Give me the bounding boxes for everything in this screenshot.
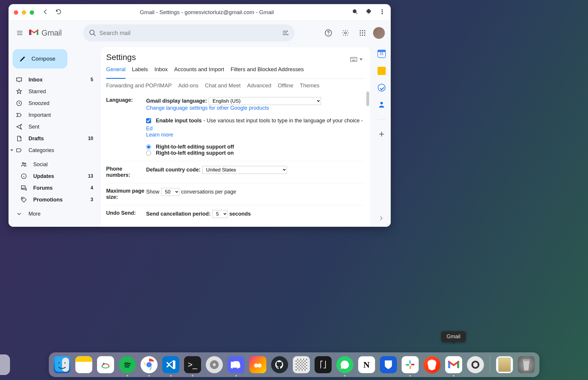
tab-general[interactable]: General xyxy=(106,66,126,79)
star-icon xyxy=(16,88,23,95)
sidebar-item-sent[interactable]: Sent xyxy=(9,121,100,133)
contacts-app-button[interactable] xyxy=(377,100,386,109)
section-undo: Undo Send: Send cancellation period: 5 s… xyxy=(106,205,365,223)
sidebar-item-more[interactable]: More xyxy=(9,208,100,220)
dock-whatsapp[interactable] xyxy=(336,356,353,373)
scrollbar-thumb[interactable] xyxy=(366,91,369,106)
dock-terminal[interactable]: >_ xyxy=(184,356,201,373)
tab-offline[interactable]: Offline xyxy=(278,82,293,89)
sidebar-item-starred[interactable]: Starred xyxy=(9,86,100,97)
tab-forwarding-and-pop-imap[interactable]: Forwarding and POP/IMAP xyxy=(106,82,172,89)
dock-vscode[interactable] xyxy=(162,356,179,373)
change-lang-link[interactable]: Change language settings for other Googl… xyxy=(146,105,269,111)
edit-tools-link[interactable]: Ed xyxy=(146,126,153,132)
dock-chrome[interactable] xyxy=(141,356,158,373)
sidebar-item-social[interactable]: Social xyxy=(9,159,100,170)
sidebar-item-inbox[interactable]: Inbox5 xyxy=(9,74,100,86)
reload-icon[interactable] xyxy=(55,9,62,16)
minimize-window-button[interactable] xyxy=(22,10,26,15)
extensions-icon[interactable] xyxy=(365,9,372,16)
sidebar-item-drafts[interactable]: Drafts10 xyxy=(9,133,100,144)
enable-input-tools-checkbox[interactable] xyxy=(146,118,151,123)
dock-spotify[interactable] xyxy=(119,356,136,373)
tab-advanced[interactable]: Advanced xyxy=(247,82,271,89)
tab-labels[interactable]: Labels xyxy=(132,66,148,76)
pagesize-show: Show xyxy=(146,189,159,195)
svg-point-21 xyxy=(24,163,26,164)
zoom-search-icon[interactable] xyxy=(352,9,358,16)
tab-filters-and-blocked-addresses[interactable]: Filters and Blocked Addresses xyxy=(230,66,304,76)
browser-menu-icon[interactable] xyxy=(379,9,385,16)
dock-adobe-cc[interactable] xyxy=(249,356,266,373)
dock-recent-file[interactable] xyxy=(496,356,513,373)
dock-notes[interactable] xyxy=(75,356,92,373)
dock-aseprite[interactable] xyxy=(293,356,310,373)
tab-add-ons[interactable]: Add-ons xyxy=(178,82,198,89)
gmail-logo[interactable]: Gmail xyxy=(29,29,62,38)
undo-suffix: seconds xyxy=(229,211,251,217)
dock-github[interactable] xyxy=(271,356,288,373)
input-tool-select[interactable] xyxy=(350,57,365,62)
keep-app-button[interactable] xyxy=(377,67,386,75)
close-window-button[interactable] xyxy=(14,10,18,15)
sidebar-item-updates[interactable]: Updates13 xyxy=(9,170,100,182)
dock-notion[interactable]: N xyxy=(358,356,375,373)
dock-trash[interactable] xyxy=(518,356,535,373)
svg-point-7 xyxy=(287,34,288,35)
get-addons-button[interactable] xyxy=(377,130,386,138)
tune-icon xyxy=(282,29,289,36)
dock-gmail[interactable]: Gmail xyxy=(445,356,462,373)
display-language-select[interactable]: English (US) xyxy=(209,97,321,105)
dock-discord[interactable] xyxy=(228,356,245,373)
sidebar-item-snoozed[interactable]: Snoozed xyxy=(9,97,100,109)
more-label: More xyxy=(29,211,41,217)
rtl-off-label: Right-to-left editing support off xyxy=(156,144,234,150)
settings-title: Settings xyxy=(106,53,136,62)
default-country-select[interactable]: United States xyxy=(202,166,287,174)
account-avatar[interactable] xyxy=(373,27,385,39)
tab-inbox[interactable]: Inbox xyxy=(154,66,168,76)
sidebar-item-important[interactable]: Important xyxy=(9,109,100,121)
section-label-pagesize: Maximum page size: xyxy=(106,188,146,200)
learn-more-link[interactable]: Learn more xyxy=(146,132,173,138)
dock-system-settings[interactable] xyxy=(206,356,223,373)
sidebar-item-promotions[interactable]: Promotions3 xyxy=(9,194,100,206)
sidebar-item-label: Categories xyxy=(29,147,54,154)
fullscreen-window-button[interactable] xyxy=(30,10,34,15)
dock-davinci[interactable]: ⎡⎦ xyxy=(315,356,332,373)
tab-themes[interactable]: Themes xyxy=(300,82,320,89)
hide-sidepanel-button[interactable] xyxy=(377,214,385,223)
dock-brave[interactable] xyxy=(423,356,440,373)
pencil-icon xyxy=(19,55,26,62)
svg-point-2 xyxy=(382,11,383,12)
dock-chatgpt[interactable] xyxy=(467,356,484,373)
settings-button[interactable] xyxy=(339,26,352,39)
support-button[interactable] xyxy=(322,26,335,39)
section-language: Language: Gmail display language: Englis… xyxy=(106,92,365,161)
tab-chat-and-meet[interactable]: Chat and Meet xyxy=(205,82,240,89)
dock-freeform[interactable] xyxy=(97,356,114,373)
send-icon xyxy=(16,123,23,130)
main-menu-button[interactable] xyxy=(13,26,27,40)
window-controls xyxy=(14,10,34,15)
rtl-on-radio[interactable] xyxy=(146,151,151,156)
dock-finder[interactable] xyxy=(54,356,71,373)
dock-bitwarden[interactable] xyxy=(380,356,397,373)
svg-rect-42 xyxy=(409,360,411,364)
pagesize-select[interactable]: 50 xyxy=(161,188,179,196)
undo-select[interactable]: 5 xyxy=(212,210,228,218)
search-options-button[interactable] xyxy=(279,27,292,39)
dock-slack[interactable] xyxy=(402,356,419,373)
sidebar-item-forums[interactable]: Forums4 xyxy=(9,182,100,194)
calendar-app-button[interactable]: 31 xyxy=(377,50,386,58)
sidebar-item-categories[interactable]: Categories xyxy=(9,144,100,156)
tab-accounts-and-import[interactable]: Accounts and Import xyxy=(174,66,224,76)
back-icon[interactable] xyxy=(42,9,49,16)
search-bar[interactable] xyxy=(83,24,295,41)
browser-nav xyxy=(42,9,62,16)
tasks-app-button[interactable] xyxy=(378,84,385,91)
search-input[interactable] xyxy=(99,30,279,36)
compose-button[interactable]: Compose xyxy=(13,49,67,69)
google-apps-button[interactable] xyxy=(356,26,369,39)
rtl-off-radio[interactable] xyxy=(146,144,151,149)
